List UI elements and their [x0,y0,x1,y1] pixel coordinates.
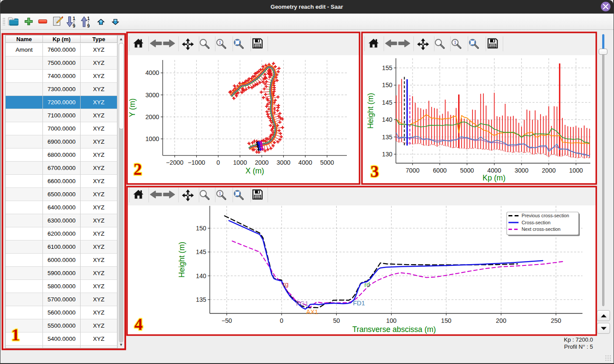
svg-text:1: 1 [219,191,221,196]
svg-text:1: 1 [87,16,90,21]
svg-text:1: 1 [73,16,75,21]
svg-text:1: 1 [454,40,456,45]
svg-text:9: 9 [73,23,75,28]
svg-text:1: 1 [219,40,221,45]
svg-text:9: 9 [87,23,90,28]
